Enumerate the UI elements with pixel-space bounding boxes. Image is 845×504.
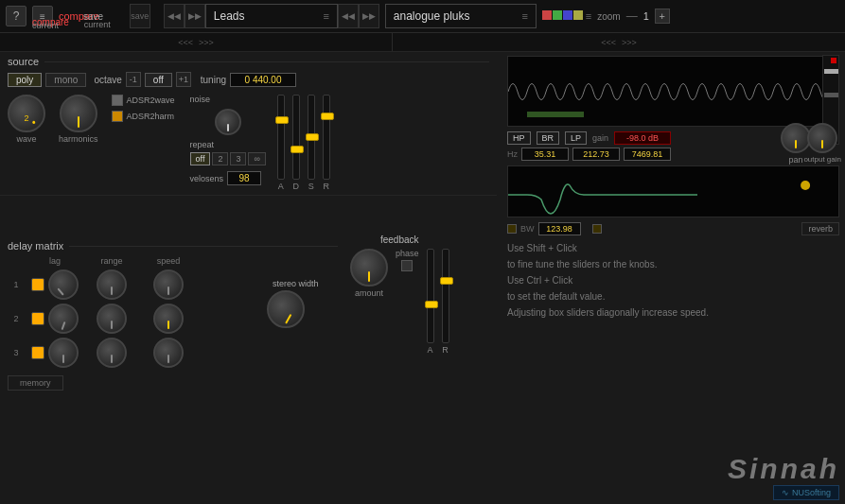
- nav-left-prev-btn[interactable]: <<<: [178, 38, 193, 47]
- wave-knob[interactable]: 2: [8, 95, 45, 132]
- preset-left-menu-icon[interactable]: ≡: [323, 10, 328, 22]
- hp-freq-value[interactable]: 35.31: [521, 148, 569, 161]
- preset-left-prev-prev[interactable]: ◀◀: [164, 4, 185, 28]
- gain-slider-thumb2: [824, 93, 839, 97]
- question-button[interactable]: ?: [6, 6, 26, 26]
- delay-range-header: range: [85, 256, 138, 266]
- svg-rect-1: [527, 112, 584, 117]
- preset-left-next[interactable]: ◀◀: [338, 4, 359, 28]
- repeat-inf-button[interactable]: ∞: [248, 152, 265, 165]
- delay-row3-range-knob[interactable]: [97, 338, 127, 368]
- delay-row3-led[interactable]: [31, 346, 44, 359]
- save-text[interactable]: save: [83, 11, 103, 22]
- feedback-amount-label: amount: [355, 288, 383, 298]
- adsr2harm-checkbox[interactable]: [112, 111, 123, 122]
- feedback-r-track[interactable]: [442, 249, 449, 343]
- delay-row1-lag-knob[interactable]: [48, 269, 79, 300]
- right-panel: HP BR LP gain -98.0 dB Hz 35.31 212.73 7…: [502, 52, 845, 504]
- delay-row2-speed-knob[interactable]: [153, 304, 184, 334]
- adsr-d-thumb: [290, 146, 304, 153]
- color-sq-2: [553, 10, 562, 20]
- source-title: source: [8, 56, 39, 67]
- mono-button[interactable]: mono: [45, 73, 86, 87]
- output-gain-label: output gain: [803, 155, 841, 164]
- preset-right-menu-icon[interactable]: ≡: [521, 10, 527, 22]
- harmonics-knob[interactable]: [60, 95, 97, 132]
- info-section: Use Shift + Click to fine tune the slide…: [507, 240, 839, 321]
- octave-plus-button[interactable]: +1: [176, 72, 191, 87]
- adsr-r-track[interactable]: [323, 95, 330, 180]
- nav-left-next-btn[interactable]: >>>: [199, 38, 214, 47]
- pan-label: pan: [788, 155, 802, 165]
- adsr-d-label: D: [293, 182, 300, 191]
- octave-minus-button[interactable]: -1: [126, 72, 141, 87]
- wave-label: wave: [16, 134, 36, 144]
- delay-row2-lag-knob[interactable]: [48, 304, 79, 334]
- adsr-s-track[interactable]: [308, 95, 315, 180]
- preset-left-prev[interactable]: ▶▶: [185, 4, 205, 28]
- adsr-sliders: A D S: [277, 95, 330, 191]
- delay-row2-lag-cell: [28, 304, 81, 334]
- repeat-2-button[interactable]: 2: [212, 152, 228, 165]
- octave-label: octave: [94, 75, 121, 85]
- velosens-label: velosens: [190, 174, 224, 183]
- gain-value[interactable]: -98.0 dB: [614, 131, 671, 145]
- preset-right-box[interactable]: analogue pluks ≡: [385, 4, 537, 28]
- noise-repeat-section: noise repeat off 2 3 ∞ velosens 98: [190, 95, 266, 185]
- delay-row3-speed-knob[interactable]: [153, 338, 184, 368]
- delay-row1-led[interactable]: [31, 278, 44, 291]
- delay-row2-led[interactable]: [31, 312, 44, 325]
- output-gain-knob[interactable]: [807, 123, 837, 153]
- velosens-value[interactable]: 98: [227, 171, 261, 185]
- delay-row-1-num: 1: [8, 280, 25, 289]
- repeat-off-button[interactable]: off: [190, 152, 211, 165]
- lp-freq-value[interactable]: 7469.81: [624, 148, 671, 161]
- color-sq-1: [542, 10, 552, 20]
- adsr-d-slider-group: D: [292, 95, 300, 191]
- octave-off-button[interactable]: off: [145, 73, 172, 87]
- source-section: source poly mono octave -1 off +1 tuning…: [0, 52, 497, 196]
- bw-value[interactable]: 123.98: [538, 222, 581, 235]
- delay-lag-header: lag: [28, 256, 81, 266]
- bw-led-left[interactable]: [507, 224, 517, 234]
- poly-button[interactable]: poly: [8, 73, 42, 87]
- save-button[interactable]: save: [130, 4, 150, 28]
- feedback-section: feedback amount phase A: [350, 235, 449, 355]
- br-button[interactable]: BR: [537, 131, 560, 145]
- repeat-3-button[interactable]: 3: [230, 152, 246, 165]
- delay-row1-speed-knob[interactable]: [153, 269, 184, 300]
- delay-speed-header: speed: [142, 256, 195, 266]
- delay-row1-range-knob[interactable]: [97, 269, 127, 300]
- memory-button[interactable]: memory: [8, 375, 63, 391]
- stereo-width-knob[interactable]: [267, 290, 305, 328]
- nusofting-badge: ∿ NUSofting: [773, 485, 839, 500]
- tuning-value[interactable]: 0 440.00: [230, 73, 296, 87]
- feedback-r-slider-group: R: [442, 249, 449, 355]
- hp-button[interactable]: HP: [507, 131, 531, 145]
- feedback-a-track[interactable]: [427, 249, 434, 343]
- nav-right-next-btn[interactable]: >>>: [622, 38, 637, 47]
- wave-knob-group: 2 wave: [8, 95, 45, 144]
- color-menu-icon[interactable]: ≡: [586, 10, 591, 22]
- tuning-label: tuning: [201, 75, 226, 85]
- br-freq-value[interactable]: 212.73: [572, 148, 620, 161]
- adsr-s-label: S: [308, 182, 314, 191]
- feedback-title: feedback: [350, 235, 449, 245]
- noise-knob[interactable]: [215, 109, 241, 135]
- nav-right-section: <<< >>>: [393, 33, 845, 51]
- delay-row2-range-knob[interactable]: [97, 304, 127, 334]
- preset-left-box[interactable]: Leads ≡: [205, 4, 338, 28]
- bw-led-right[interactable]: [592, 224, 602, 234]
- lp-button[interactable]: LP: [565, 131, 587, 145]
- preset-left-next-next[interactable]: ▶▶: [359, 4, 379, 28]
- nav-right-prev-btn[interactable]: <<<: [601, 38, 616, 47]
- feedback-a-slider-group: A: [427, 249, 434, 355]
- zoom-plus-button[interactable]: +: [655, 9, 670, 24]
- adsr-a-track[interactable]: [277, 95, 285, 180]
- preset-left-section: ◀◀ ▶▶ Leads ≡ ◀◀ ▶▶: [164, 4, 379, 28]
- adsr2wave-checkbox[interactable]: [112, 95, 123, 106]
- adsr-d-track[interactable]: [292, 95, 300, 180]
- feedback-phase-button[interactable]: [401, 260, 413, 271]
- delay-row3-lag-knob[interactable]: [48, 338, 79, 368]
- feedback-amount-knob[interactable]: [350, 249, 388, 287]
